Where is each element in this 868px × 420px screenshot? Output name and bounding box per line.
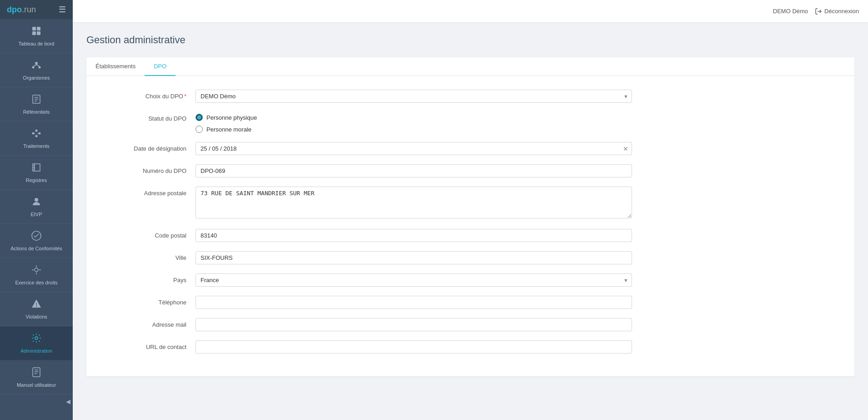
svg-point-27	[36, 306, 37, 307]
telephone-wrapper	[196, 296, 632, 309]
sidebar-item-registres[interactable]: Registres	[0, 156, 73, 190]
svg-rect-1	[37, 27, 40, 30]
form-row-pays: Pays France ▼	[105, 273, 836, 287]
organismes-icon	[31, 60, 42, 73]
sidebar-item-organismes[interactable]: Organismes	[0, 53, 73, 87]
svg-rect-0	[32, 27, 36, 30]
date-clear-icon[interactable]: ✕	[623, 145, 628, 152]
logout-label: Déconnexion	[824, 8, 859, 15]
radio-personne-physique-input[interactable]	[196, 114, 203, 121]
adresse-postale-label: Adresse postale	[105, 187, 196, 197]
adresse-mail-label: Adresse mail	[105, 318, 196, 328]
form-row-ville: Ville	[105, 251, 836, 264]
telephone-input[interactable]	[196, 296, 632, 309]
choix-dpo-label: Choix du DPO*	[105, 90, 196, 100]
radio-personne-physique-label: Personne physique	[206, 114, 257, 121]
adresse-postale-textarea[interactable]	[196, 187, 632, 218]
form-row-adresse: Adresse postale	[105, 187, 836, 220]
ville-input[interactable]	[196, 251, 632, 264]
radio-personne-morale-label: Personne morale	[206, 126, 251, 133]
registres-icon	[31, 162, 42, 176]
sidebar-item-eivp-label: EIVP	[30, 212, 42, 217]
sidebar-item-violations[interactable]: Violations	[0, 292, 73, 326]
statut-dpo-label: Statut du DPO	[105, 112, 196, 122]
sidebar-item-violations-label: Violations	[25, 314, 47, 319]
sidebar-collapse[interactable]: ◀	[0, 395, 73, 409]
violations-icon	[31, 299, 42, 312]
page-content: Gestion administrative Établissements DP…	[73, 23, 868, 420]
form-row-choix-dpo: Choix du DPO* DEMO Démo ▼	[105, 90, 836, 103]
choix-dpo-select[interactable]: DEMO Démo	[196, 90, 632, 103]
radio-personne-physique[interactable]: Personne physique	[196, 114, 632, 121]
svg-point-28	[35, 337, 38, 339]
numero-dpo-input[interactable]	[196, 164, 632, 177]
radio-personne-morale-input[interactable]	[196, 126, 203, 133]
pays-select[interactable]: France	[196, 273, 632, 287]
url-contact-input[interactable]	[196, 340, 632, 354]
administration-icon	[31, 333, 42, 346]
sidebar-item-eivp[interactable]: EIVP	[0, 190, 73, 224]
topbar: DEMO Démo Déconnexion	[73, 0, 868, 23]
sidebar-logo: dpo.run ☰	[0, 0, 73, 19]
form-row-code-postal: Code postal	[105, 229, 836, 242]
sidebar-item-organismes-label: Organismes	[23, 75, 50, 81]
main-card: Établissements DPO Choix du DPO* DEMO Dé…	[86, 57, 854, 376]
actions-icon	[31, 230, 42, 244]
statut-radio-group: Personne physique Personne morale	[196, 112, 632, 133]
exercice-icon	[31, 264, 42, 278]
ville-wrapper	[196, 251, 632, 264]
hamburger-icon[interactable]: ☰	[59, 5, 66, 15]
tab-dpo[interactable]: DPO	[145, 57, 176, 76]
form-row-telephone: Téléphone	[105, 296, 836, 309]
adresse-mail-input[interactable]	[196, 318, 632, 331]
sidebar-item-actions-conformites[interactable]: Actions de Conformités	[0, 224, 73, 258]
sidebar-item-actions-label: Actions de Conformités	[10, 246, 62, 251]
ville-label: Ville	[105, 251, 196, 261]
adresse-postale-wrapper	[196, 187, 632, 220]
svg-rect-29	[33, 368, 40, 377]
sidebar-item-exercice-label: Exercice des droits	[15, 280, 58, 285]
sidebar-item-registres-label: Registres	[26, 177, 47, 183]
sidebar-item-manuel-label: Manuel utilisateur	[17, 382, 56, 388]
telephone-label: Téléphone	[105, 296, 196, 306]
page-title: Gestion administrative	[86, 34, 854, 46]
svg-point-13	[32, 132, 35, 135]
choix-dpo-wrapper: DEMO Démo ▼	[196, 90, 632, 103]
manuel-icon	[31, 367, 42, 380]
sidebar-item-tableau-de-bord-label: Tableau de bord	[19, 41, 55, 46]
statut-dpo-wrapper: Personne physique Personne morale	[196, 112, 632, 133]
logo: dpo.run	[7, 5, 36, 15]
tabs: Établissements DPO	[86, 57, 854, 76]
form-row-url: URL de contact	[105, 340, 836, 354]
sidebar-item-exercice-droits[interactable]: Exercice des droits	[0, 258, 73, 292]
eivp-icon	[31, 196, 42, 210]
tab-etablissements[interactable]: Établissements	[86, 57, 145, 76]
url-contact-label: URL de contact	[105, 340, 196, 350]
form-row-email: Adresse mail	[105, 318, 836, 331]
logout-icon	[815, 8, 822, 15]
svg-line-8	[36, 65, 40, 66]
form-row-statut-dpo: Statut du DPO Personne physique Personne…	[105, 112, 836, 133]
sidebar-item-referentiels[interactable]: Référentiels	[0, 87, 73, 121]
sidebar-item-tableau-de-bord[interactable]: Tableau de bord	[0, 19, 73, 53]
sidebar-item-referentiels-label: Référentiels	[23, 109, 50, 115]
sidebar-item-administration-label: Administration	[20, 348, 52, 354]
date-designation-input[interactable]	[196, 142, 632, 155]
numero-dpo-wrapper	[196, 164, 632, 177]
svg-line-7	[33, 65, 36, 66]
code-postal-label: Code postal	[105, 229, 196, 239]
svg-point-16	[35, 135, 38, 137]
code-postal-input[interactable]	[196, 229, 632, 242]
svg-point-5	[32, 66, 35, 69]
referentiels-icon	[31, 94, 42, 107]
traitements-icon	[31, 128, 42, 142]
pays-label: Pays	[105, 273, 196, 283]
sidebar: dpo.run ☰ Tableau de bord Organismes Réf…	[0, 0, 73, 420]
radio-personne-morale[interactable]: Personne morale	[196, 126, 632, 133]
topbar-logout-button[interactable]: Déconnexion	[815, 8, 859, 15]
sidebar-item-manuel[interactable]: Manuel utilisateur	[0, 360, 73, 395]
code-postal-wrapper	[196, 229, 632, 242]
sidebar-item-traitements[interactable]: Traitements	[0, 121, 73, 156]
sidebar-item-administration[interactable]: Administration	[0, 326, 73, 360]
form-row-date: Date de désignation ✕	[105, 142, 836, 155]
